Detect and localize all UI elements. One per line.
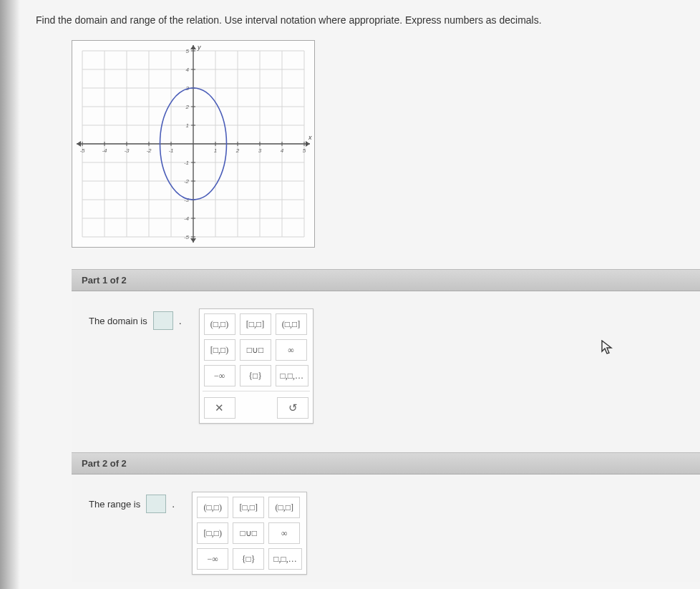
question-text: Find the domain and range of the relatio… — [29, 14, 700, 26]
svg-marker-26 — [190, 45, 196, 49]
palette-set[interactable]: {□} — [233, 548, 264, 570]
part-2-body: The range is . (□,□) [□,□] (□,□] [□,□) □… — [72, 474, 700, 582]
palette-union[interactable]: □∪□ — [233, 522, 264, 544]
palette-closed-open[interactable]: [□,□) — [204, 339, 235, 361]
svg-text:5: 5 — [186, 48, 190, 54]
period: . — [172, 498, 175, 510]
svg-text:-3: -3 — [124, 147, 130, 154]
svg-text:-5: -5 — [184, 234, 190, 240]
svg-text:3: 3 — [258, 147, 262, 154]
palette-open-open[interactable]: (□,□) — [204, 313, 235, 335]
relation-graph: -5-4-3-2-112345-5-4-3-2-112345xy — [72, 40, 315, 248]
period: . — [179, 315, 182, 326]
palette-infinity[interactable]: ∞ — [268, 522, 300, 544]
svg-text:y: y — [197, 44, 201, 51]
svg-text:5: 5 — [303, 147, 306, 154]
palette-closed-closed[interactable]: [□,□] — [240, 313, 271, 335]
svg-text:-1: -1 — [168, 147, 173, 154]
palette-closed-closed[interactable]: [□,□] — [233, 497, 264, 518]
palette-neg-infinity[interactable]: −∞ — [197, 548, 228, 570]
range-input[interactable] — [146, 495, 166, 513]
svg-marker-24 — [306, 141, 310, 147]
range-prompt: The range is — [89, 499, 140, 510]
palette-neg-infinity[interactable]: −∞ — [204, 365, 235, 386]
palette-open-open[interactable]: (□,□) — [197, 497, 228, 518]
svg-text:2: 2 — [235, 147, 240, 154]
symbol-palette-2: (□,□) [□,□] (□,□] [□,□) □∪□ ∞ −∞ {□} □,□… — [192, 492, 307, 575]
palette-clear-button[interactable]: ✕ — [204, 397, 235, 419]
domain-prompt: The domain is — [89, 316, 147, 326]
svg-text:-2: -2 — [184, 178, 190, 185]
svg-text:-2: -2 — [146, 147, 152, 154]
svg-text:4: 4 — [186, 67, 190, 73]
palette-undo-button[interactable]: ↺ — [277, 397, 308, 419]
svg-text:-5: -5 — [79, 147, 85, 154]
range-answer-line: The range is . — [89, 492, 175, 513]
palette-infinity[interactable]: ∞ — [276, 339, 307, 361]
palette-set[interactable]: {□} — [240, 365, 271, 386]
domain-input[interactable] — [153, 311, 173, 330]
palette-closed-open[interactable]: [□,□) — [197, 522, 228, 544]
svg-text:4: 4 — [281, 147, 284, 154]
svg-marker-27 — [190, 238, 196, 243]
svg-marker-25 — [77, 141, 81, 147]
svg-text:2: 2 — [185, 104, 190, 110]
svg-text:1: 1 — [186, 122, 189, 129]
palette-open-closed[interactable]: (□,□] — [268, 497, 300, 518]
svg-text:-1: -1 — [184, 160, 189, 166]
palette-list[interactable]: □,□,… — [268, 548, 302, 570]
svg-text:-4: -4 — [102, 147, 107, 154]
part-1-body: The domain is . (□,□) [□,□] (□,□] [□,□) … — [72, 291, 700, 452]
palette-open-closed[interactable]: (□,□] — [276, 313, 307, 335]
svg-text:1: 1 — [214, 147, 217, 154]
part-1-header: Part 1 of 2 — [72, 269, 700, 291]
svg-text:-4: -4 — [184, 215, 190, 222]
part-2-header: Part 2 of 2 — [72, 452, 700, 474]
palette-list[interactable]: □,□,… — [276, 365, 309, 386]
domain-answer-line: The domain is . — [89, 308, 182, 330]
palette-union[interactable]: □∪□ — [240, 339, 271, 361]
symbol-palette-1: (□,□) [□,□] (□,□] [□,□) □∪□ ∞ −∞ {□} □,□… — [199, 308, 314, 424]
svg-text:x: x — [308, 134, 312, 141]
